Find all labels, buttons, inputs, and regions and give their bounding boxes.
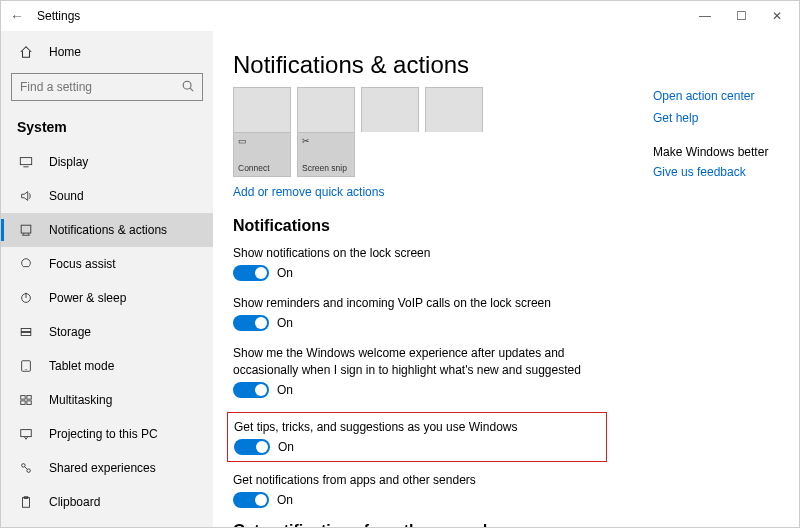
- setting-label: Show me the Windows welcome experience a…: [233, 345, 603, 377]
- sidebar-home-label: Home: [49, 45, 81, 59]
- shared-icon: [17, 461, 35, 475]
- titlebar: ← Settings — ☐ ✕: [1, 1, 799, 31]
- svg-point-17: [27, 469, 31, 473]
- sidebar: Home System Display Sound Notifications …: [1, 31, 213, 527]
- sidebar-item-label: Projecting to this PC: [49, 427, 158, 441]
- focus-assist-icon: [17, 257, 35, 271]
- sidebar-item-remote-desktop[interactable]: Remote Desktop: [1, 519, 213, 527]
- close-button[interactable]: ✕: [759, 2, 795, 30]
- search-box[interactable]: [11, 73, 203, 101]
- section-notifications: Notifications: [233, 217, 769, 235]
- sidebar-item-label: Multitasking: [49, 393, 112, 407]
- tile-icon: ▭: [238, 136, 286, 146]
- notifications-icon: [17, 223, 35, 237]
- sidebar-item-clipboard[interactable]: Clipboard: [1, 485, 213, 519]
- svg-rect-8: [21, 332, 31, 335]
- toggle-welcome-experience[interactable]: [233, 382, 269, 398]
- toggle-state: On: [277, 316, 293, 330]
- quick-action-tile[interactable]: [361, 87, 419, 132]
- svg-rect-12: [27, 396, 31, 400]
- sidebar-item-storage[interactable]: Storage: [1, 315, 213, 349]
- setting-label: Show notifications on the lock screen: [233, 245, 603, 261]
- sidebar-item-label: Storage: [49, 325, 91, 339]
- toggle-state: On: [277, 493, 293, 507]
- toggle-reminders-voip[interactable]: [233, 315, 269, 331]
- sidebar-item-label: Clipboard: [49, 495, 100, 509]
- tablet-icon: [17, 359, 35, 373]
- search-input[interactable]: [11, 73, 203, 101]
- display-icon: [17, 155, 35, 169]
- sidebar-item-label: Tablet mode: [49, 359, 114, 373]
- sidebar-item-power-sleep[interactable]: Power & sleep: [1, 281, 213, 315]
- sidebar-item-projecting[interactable]: Projecting to this PC: [1, 417, 213, 451]
- setting-label: Get notifications from apps and other se…: [233, 472, 603, 488]
- content: Notifications & actions ▭Connect ✂Screen…: [213, 31, 799, 527]
- toggle-tips-tricks[interactable]: [234, 439, 270, 455]
- setting-label: Get tips, tricks, and suggestions as you…: [234, 419, 546, 435]
- sidebar-item-label: Power & sleep: [49, 291, 126, 305]
- sidebar-item-label: Shared experiences: [49, 461, 156, 475]
- svg-line-1: [190, 88, 193, 91]
- sound-icon: [17, 189, 35, 203]
- multitasking-icon: [17, 393, 35, 407]
- make-windows-better-header: Make Windows better: [653, 145, 783, 159]
- tile-label: Connect: [238, 163, 286, 173]
- open-action-center-link[interactable]: Open action center: [653, 89, 783, 103]
- toggle-state: On: [278, 440, 294, 454]
- setting-reminders-voip: Show reminders and incoming VoIP calls o…: [233, 295, 603, 331]
- toggle-app-notifications[interactable]: [233, 492, 269, 508]
- svg-rect-14: [27, 401, 31, 405]
- toggle-state: On: [277, 266, 293, 280]
- sidebar-item-label: Notifications & actions: [49, 223, 167, 237]
- sidebar-item-shared-experiences[interactable]: Shared experiences: [1, 451, 213, 485]
- give-feedback-link[interactable]: Give us feedback: [653, 165, 783, 179]
- right-column: Open action center Get help Make Windows…: [653, 89, 783, 187]
- projecting-icon: [17, 427, 35, 441]
- quick-action-tile[interactable]: [297, 87, 355, 132]
- toggle-lock-screen-notifications[interactable]: [233, 265, 269, 281]
- quick-action-tile[interactable]: [425, 87, 483, 132]
- svg-rect-4: [21, 225, 31, 233]
- highlighted-setting: Get tips, tricks, and suggestions as you…: [227, 412, 607, 462]
- sidebar-item-label: Focus assist: [49, 257, 116, 271]
- svg-rect-19: [23, 498, 30, 508]
- svg-rect-13: [21, 401, 25, 405]
- setting-lock-screen-notifications: Show notifications on the lock screen On: [233, 245, 603, 281]
- tile-icon: ✂: [302, 136, 350, 146]
- svg-rect-7: [21, 329, 31, 332]
- search-icon: [181, 79, 195, 96]
- minimize-button[interactable]: —: [687, 2, 723, 30]
- setting-label: Show reminders and incoming VoIP calls o…: [233, 295, 603, 311]
- tile-label: Screen snip: [302, 163, 350, 173]
- sidebar-category: System: [1, 111, 213, 145]
- sidebar-item-multitasking[interactable]: Multitasking: [1, 383, 213, 417]
- svg-rect-2: [20, 158, 31, 165]
- quick-action-connect[interactable]: ▭Connect: [233, 132, 291, 177]
- sidebar-item-label: Sound: [49, 189, 84, 203]
- home-icon: [17, 45, 35, 59]
- clipboard-icon: [17, 495, 35, 509]
- sidebar-item-display[interactable]: Display: [1, 145, 213, 179]
- setting-welcome-experience: Show me the Windows welcome experience a…: [233, 345, 603, 397]
- back-button[interactable]: ←: [5, 8, 29, 24]
- svg-rect-11: [21, 396, 25, 400]
- sidebar-item-sound[interactable]: Sound: [1, 179, 213, 213]
- window-title: Settings: [37, 9, 80, 23]
- quick-action-tile[interactable]: [233, 87, 291, 132]
- svg-point-16: [22, 464, 26, 468]
- power-icon: [17, 291, 35, 305]
- sidebar-item-tablet-mode[interactable]: Tablet mode: [1, 349, 213, 383]
- sidebar-home[interactable]: Home: [1, 37, 213, 67]
- add-remove-quick-actions-link[interactable]: Add or remove quick actions: [233, 185, 384, 199]
- quick-action-screen-snip[interactable]: ✂Screen snip: [297, 132, 355, 177]
- sidebar-item-notifications[interactable]: Notifications & actions: [1, 213, 213, 247]
- maximize-button[interactable]: ☐: [723, 2, 759, 30]
- svg-point-0: [183, 81, 191, 89]
- get-help-link[interactable]: Get help: [653, 111, 783, 125]
- setting-tips-tricks: Get tips, tricks, and suggestions as you…: [234, 419, 546, 455]
- sidebar-item-label: Display: [49, 155, 88, 169]
- svg-point-10: [25, 369, 26, 370]
- storage-icon: [17, 325, 35, 339]
- page-title: Notifications & actions: [233, 51, 769, 79]
- sidebar-item-focus-assist[interactable]: Focus assist: [1, 247, 213, 281]
